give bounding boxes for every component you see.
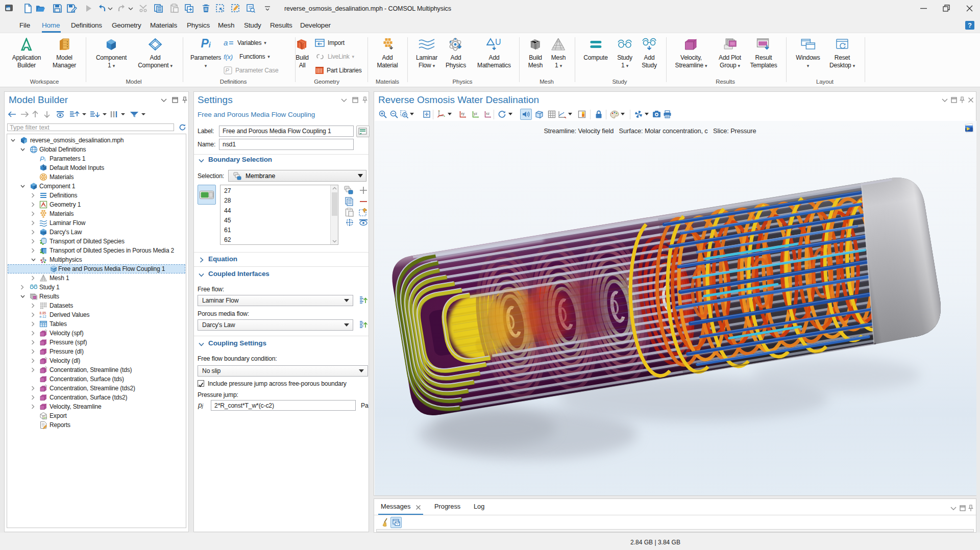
svg-text:a: a — [224, 39, 228, 47]
svg-text:xz: xz — [486, 112, 490, 115]
svg-text:U: U — [495, 38, 501, 46]
svg-text:i: i — [44, 157, 45, 162]
svg-text:xy: xy — [461, 112, 465, 116]
svg-text:e-12: e-12 — [40, 315, 46, 318]
svg-text:yz: yz — [474, 112, 478, 116]
svg-text:P: P — [226, 67, 230, 73]
svg-text:P: P — [40, 155, 44, 163]
svg-text:f(x): f(x) — [224, 53, 233, 61]
svg-text:8.85: 8.85 — [40, 311, 46, 315]
